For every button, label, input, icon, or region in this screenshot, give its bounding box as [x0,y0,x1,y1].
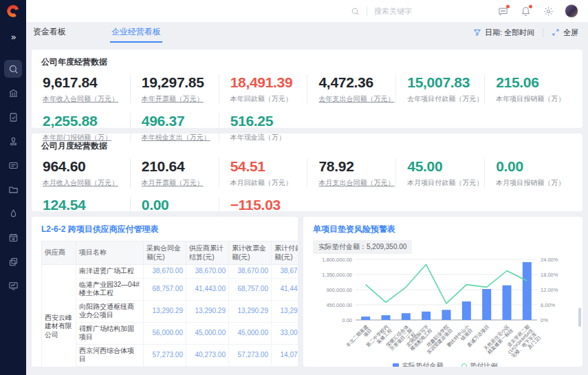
chart-scrollbar[interactable] [578,308,581,327]
sidebar-item-bank[interactable] [4,84,22,102]
kpi-label[interactable]: 本月收入合同额（万元） [43,178,130,188]
svg-text:24.00%: 24.00% [541,257,558,263]
kpi-cell: 2,255.88本年部门报销额（万） [41,113,130,142]
bar-0[interactable] [361,317,370,320]
kpi-label[interactable]: 去年支出合同额（万元） [318,94,395,104]
amount-cell: 40,273.00 [186,344,229,366]
kpi-cell: 78.92本月支出合同额（万元） [307,158,395,188]
table-row: 得辉广场结构加固项目56,000.0045,000.0045,000.0033,… [42,322,298,344]
table-row: 高陵区宏志中学加固改造工程620,800.00450,800.0020,000.… [42,366,298,367]
kpi-label[interactable]: 本月开票额（万元） [142,178,219,188]
table-header-cell: 供应商累计结算(元) [186,242,229,265]
amount-cell: 13,290.29 [272,300,298,322]
search-icon [351,7,360,16]
dashboard-content: 公司年度经营数据 9,617.84本年收入合同额（万元）19,297.85本年开… [26,43,588,375]
amount-cell: 13,290.29 [144,300,186,322]
sidebar-item-monitor-chart[interactable] [4,277,22,294]
bottom-row: L2-6-2 跨项目供应商应付管理表 供应商项目名称采购合同金额(元)供应商累计… [32,217,582,367]
kpi-cell: 4,472.36去年支出合同额（万元） [307,74,395,104]
bar-8[interactable] [523,262,532,320]
top-header [26,0,588,22]
kpi-value: 15,007.83 [407,74,484,91]
amount-cell: 38,670.00 [144,265,186,279]
project-name-cell: 西京河西综合体项目 [76,344,144,366]
sidebar-item-ink-drop[interactable] [4,204,22,222]
amount-cell: 38,670.00 [186,265,229,279]
bar-4[interactable] [442,310,451,320]
monthly-data-card: 公司月度经营数据 964.60本月收入合同额（万元）210.64本月开票额（万元… [32,133,582,211]
sidebar-expand-button[interactable]: » [11,32,15,42]
bar-7[interactable] [503,286,512,320]
sidebar-item-calendar-settings[interactable] [4,228,22,246]
kpi-value: 0.00 [142,197,219,213]
supplier-table-title[interactable]: L2-6-2 跨项目供应商应付管理表 [41,224,294,235]
kpi-cell: 215.06本年项目报销额（万） [484,74,573,104]
user-avatar[interactable] [565,4,578,18]
annual-data-card: 公司年度经营数据 9,617.84本年收入合同额（万元）19,297.85本年开… [32,50,582,128]
main-column: 资金看板 企业经营看板 日期: 全部时间 全屏 公司年度经营数据 9,617.8… [26,0,588,375]
amount-cell: 68,757.00 [144,278,186,300]
svg-text:18.00%: 18.00% [541,272,558,278]
bar-6[interactable] [482,289,491,320]
tab-fund-dashboard[interactable]: 资金看板 [32,22,67,43]
sidebar: » [0,0,26,375]
kpi-cell: 496.37本年税金支出（万元） [130,113,219,142]
app-logo[interactable] [0,0,26,22]
annual-card-title: 公司年度经营数据 [41,56,573,68]
kpi-cell: 18,491.39本年回款额（万元） [219,74,307,104]
kpi-value: 496.37 [142,113,219,129]
messages-button[interactable] [498,6,508,17]
sidebar-item-layers[interactable] [4,253,22,270]
kpi-label: 本月项目报销额（万） [496,178,573,188]
bar-3[interactable] [422,312,431,320]
sidebar-item-id-card[interactable] [4,156,22,174]
ink-drop-icon [8,208,19,219]
kpi-value: 19,297.85 [142,74,219,91]
bar-2[interactable] [402,313,411,320]
amount-cell: 450,800.00 [186,366,229,367]
sidebar-item-folder[interactable] [4,180,22,198]
kpi-value: 45.00 [407,158,484,175]
legend-advance-ratio[interactable]: 垫付比例 [461,361,498,367]
fullscreen-button[interactable]: 全屏 [552,28,578,38]
legend-line-label: 垫付比例 [470,361,498,367]
kpi-label[interactable]: 本年税金支出（万元） [142,133,219,142]
kpi-cell: 19,297.85本年开票额（万元） [130,74,219,104]
kpi-cell: 54.51本月回款额（万元） [219,158,307,188]
kpi-value: −115.03 [230,197,307,213]
kpi-label: 去年项目付款额（万元） [407,94,484,104]
bar-5[interactable] [462,301,471,320]
legend-actual-amount[interactable]: 实际垫付金额 [393,361,444,367]
sidebar-item-stamp[interactable] [4,132,22,150]
kpi-value: 9,617.84 [43,74,130,91]
risk-combo-chart[interactable]: 0.000%450,000.006.00%900,000.0012.00%1,3… [313,254,570,361]
search-input[interactable] [374,7,450,15]
kpi-value: 78.92 [318,158,395,175]
amount-cell: 41,443.00 [272,278,298,300]
sidebar-item-search[interactable] [4,60,22,78]
risk-chart-title[interactable]: 单项目垫资风险预警表 [313,224,577,235]
kpi-value: 215.06 [496,74,573,91]
risk-warning-card: 单项目垫资风险预警表 实际垫付金额：5,209,350.00 0.000%450… [303,217,582,367]
project-name-cell: 南洋进贤广场工程 [76,265,144,279]
tab-enterprise-dashboard[interactable]: 企业经营看板 [110,22,162,43]
settings-button[interactable] [543,6,554,17]
date-filter-button[interactable]: 日期: 全部时间 [473,28,534,38]
search-box[interactable] [351,6,450,16]
amount-cell: 20,000.00 [229,366,272,367]
kpi-value: 18,491.39 [230,74,307,91]
table-header-cell: 累计收票金额(元) [229,242,272,265]
sidebar-item-document-check[interactable] [4,108,22,126]
table-row: 临港产业园32—04#楼主体工程68,757.0041,443.0068,757… [42,278,298,300]
kpi-label[interactable]: 本年开票额（万元） [142,94,219,104]
kpi-label[interactable]: 本月支出合同额（万元） [318,178,395,188]
kpi-label[interactable]: 本年收入合同额（万元） [43,94,130,104]
bank-icon [8,88,19,98]
kpi-cell: 516.25本年现金流（万） [219,113,307,142]
amount-cell: 57,273.00 [144,344,186,366]
project-name-cell: 得辉广场结构加固项目 [76,322,144,344]
bar-1[interactable] [382,315,391,320]
project-name-cell: 临港产业园32—04#楼主体工程 [76,278,144,300]
notifications-button[interactable] [521,6,531,17]
table-header-cell: 采购合同金额(元) [144,242,186,265]
